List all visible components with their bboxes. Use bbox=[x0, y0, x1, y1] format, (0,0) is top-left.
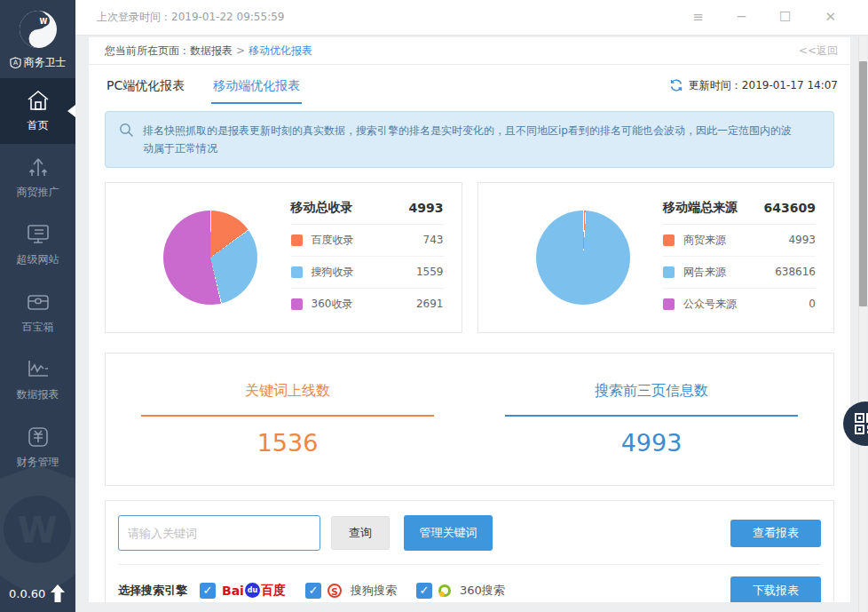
notice-banner: 排名快照抓取的是报表更新时刻的真实数据，搜索引擎的排名是实时变化的，且不同地区i… bbox=[105, 111, 834, 168]
mobile-source-card: 移动端总来源 643609 商贸来源 4993 网告来源 638616 bbox=[477, 182, 835, 333]
stat-divider bbox=[505, 415, 798, 417]
legend-item-sogou: 搜狗收录 1559 bbox=[291, 257, 444, 289]
trade-swatch bbox=[663, 234, 675, 246]
stat-value: 1536 bbox=[106, 429, 470, 457]
refresh-icon[interactable] bbox=[669, 78, 683, 92]
title-bar: 上次登录时间：2019-01-22 09:55:59 ≡ ─ ☐ ✕ bbox=[75, 0, 868, 36]
card-title: 移动端总来源 bbox=[663, 200, 738, 216]
legend-item-trade: 商贸来源 4993 bbox=[663, 225, 816, 257]
update-time: 更新时间：2019-01-17 14:07 bbox=[689, 78, 838, 93]
query-button[interactable]: 查询 bbox=[331, 516, 390, 550]
divider bbox=[118, 564, 821, 565]
sidebar-item-website[interactable]: 超级网站 bbox=[0, 211, 75, 279]
qr-code-icon bbox=[854, 412, 868, 435]
shield-a-icon: A bbox=[10, 57, 21, 68]
sidebar-item-home[interactable]: 首页 bbox=[0, 78, 75, 144]
legend-item-ad: 网告来源 638616 bbox=[663, 257, 816, 289]
minimize-icon[interactable]: ─ bbox=[738, 11, 746, 24]
content-panel: 您当前所在页面：数据报表 > 移动优化报表 <<返回 PC端优化报表 移动端优化… bbox=[89, 37, 850, 602]
breadcrumb-current[interactable]: 移动优化报表 bbox=[249, 44, 312, 59]
promotion-arrows-icon bbox=[26, 155, 51, 179]
legend-item-wechat: 公众号来源 0 bbox=[663, 289, 816, 320]
baidu-swatch bbox=[291, 234, 303, 246]
so360-logo-icon bbox=[438, 584, 451, 597]
brand-block: W A 商务卫士 bbox=[0, 0, 75, 78]
download-report-button[interactable]: 下载报表 bbox=[730, 576, 821, 602]
stat-title: 搜索前三页信息数 bbox=[470, 382, 833, 401]
mobile-index-pie-chart[interactable] bbox=[163, 211, 257, 305]
tabs-bar: PC端优化报表 移动端优化报表 更新时间：2019-01-17 14:07 bbox=[89, 65, 850, 106]
legend-item-baidu: 百度收录 743 bbox=[291, 225, 444, 257]
engine-option-baidu[interactable]: ✓ Bai du 百度 bbox=[200, 583, 286, 599]
main-area: 上次登录时间：2019-01-22 09:55:59 ≡ ─ ☐ ✕ 您当前所在… bbox=[75, 0, 868, 612]
sogou-logo-icon: S bbox=[327, 584, 342, 598]
sidebar-item-reports[interactable]: 数据报表 bbox=[0, 346, 75, 414]
mobile-source-pie-chart[interactable] bbox=[536, 211, 630, 305]
app-window: W A 商务卫士 首页 商贸推广 bbox=[0, 0, 868, 612]
view-report-button[interactable]: 查看报表 bbox=[730, 520, 821, 547]
chart-report-icon bbox=[26, 358, 51, 381]
svg-text:A: A bbox=[12, 59, 17, 67]
wechat-swatch bbox=[663, 298, 675, 310]
legend-item-360: 360收录 2691 bbox=[291, 289, 444, 320]
maximize-icon[interactable]: ☐ bbox=[779, 11, 791, 24]
manage-keywords-button[interactable]: 管理关键词 bbox=[404, 515, 493, 551]
keyword-toolbar-card: 查询 管理关键词 查看报表 选择搜索引擎 ✓ Bai du 百度 bbox=[105, 500, 834, 602]
notice-text: 排名快照抓取的是报表更新时刻的真实数据，搜索引擎的排名是实时变化的，且不同地区i… bbox=[143, 124, 792, 155]
tab-mobile-report[interactable]: 移动端优化报表 bbox=[211, 68, 302, 104]
magnifier-icon bbox=[119, 123, 134, 138]
brand-name: A 商务卫士 bbox=[0, 55, 75, 70]
baidu-paw-icon: du bbox=[245, 583, 260, 598]
version-label: 0.0.60 bbox=[9, 587, 45, 600]
tab-pc-report[interactable]: PC端优化报表 bbox=[105, 68, 186, 104]
so360-checkbox[interactable]: ✓ bbox=[416, 583, 432, 599]
baidu-checkbox[interactable]: ✓ bbox=[200, 583, 216, 599]
stat-divider bbox=[141, 415, 434, 417]
home-icon bbox=[26, 89, 51, 112]
stats-card: 关键词上线数 1536 搜索前三页信息数 4993 bbox=[105, 353, 834, 486]
stat-title: 关键词上线数 bbox=[106, 382, 470, 401]
card-total: 643609 bbox=[764, 201, 816, 215]
finance-icon bbox=[26, 425, 51, 449]
sidebar: W A 商务卫士 首页 商贸推广 bbox=[0, 0, 75, 612]
breadcrumb-separator: > bbox=[236, 44, 245, 57]
back-link[interactable]: <<返回 bbox=[799, 44, 838, 59]
engine-filter-label: 选择搜索引擎 bbox=[118, 583, 187, 599]
sidebar-item-promotion[interactable]: 商贸推广 bbox=[0, 144, 75, 211]
app-logo-icon: W bbox=[18, 9, 59, 50]
sogou-checkbox[interactable]: ✓ bbox=[305, 583, 321, 599]
baidu-logo-icon: Bai du 百度 bbox=[222, 583, 286, 599]
sidebar-item-toolbox[interactable]: 百宝箱 bbox=[0, 279, 75, 346]
svg-text:W: W bbox=[17, 509, 57, 552]
scrollbar-thumb[interactable] bbox=[859, 61, 867, 306]
monitor-icon bbox=[26, 223, 51, 246]
upgrade-arrow-icon[interactable] bbox=[49, 584, 67, 603]
mobile-index-card: 移动总收录 4993 百度收录 743 搜狗收录 1559 bbox=[105, 182, 462, 333]
vertical-scrollbar[interactable] bbox=[858, 36, 866, 612]
toolbox-icon bbox=[26, 290, 51, 314]
sidebar-watermark-logo: W bbox=[0, 463, 75, 596]
keyword-online-stat: 关键词上线数 1536 bbox=[106, 382, 470, 457]
engine-option-360[interactable]: ✓ 360搜索 bbox=[416, 583, 505, 599]
card-total: 4993 bbox=[409, 201, 444, 215]
svg-text:W: W bbox=[39, 18, 47, 26]
close-icon[interactable]: ✕ bbox=[825, 11, 836, 24]
top3-info-stat: 搜索前三页信息数 4993 bbox=[470, 382, 833, 457]
stat-value: 4993 bbox=[470, 429, 833, 457]
menu-icon[interactable]: ≡ bbox=[692, 11, 704, 24]
ad-swatch bbox=[663, 266, 675, 278]
engine-option-sogou[interactable]: ✓ S 搜狗搜索 bbox=[305, 583, 397, 599]
breadcrumb: 您当前所在页面：数据报表 > 移动优化报表 <<返回 bbox=[89, 37, 850, 65]
breadcrumb-prefix: 您当前所在页面：数据报表 bbox=[105, 44, 233, 59]
so360-swatch bbox=[291, 298, 303, 310]
keyword-input[interactable] bbox=[118, 515, 320, 551]
last-login-time: 上次登录时间：2019-01-22 09:55:59 bbox=[97, 10, 284, 25]
sogou-swatch bbox=[291, 266, 303, 278]
card-title: 移动总收录 bbox=[291, 200, 353, 216]
